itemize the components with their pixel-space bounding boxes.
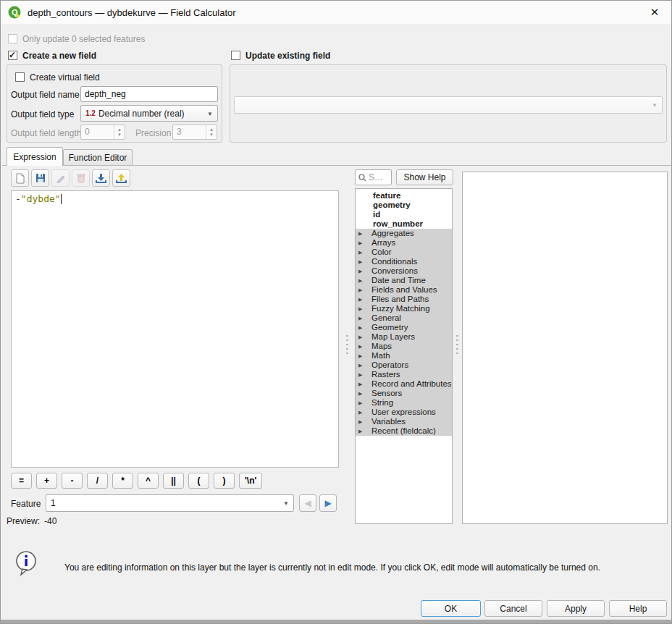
function-group-item[interactable]: ▶ Aggregates (356, 229, 452, 238)
function-group-item[interactable]: ▶ Record and Attributes (356, 379, 452, 389)
create-new-field-checkbox[interactable]: ✓ (8, 51, 17, 60)
function-group-item[interactable]: ▶ Operators (356, 361, 452, 370)
function-group-item[interactable]: ▶ Conversions (356, 266, 452, 276)
save-expression-button[interactable] (31, 169, 49, 187)
apply-button[interactable]: Apply (547, 600, 605, 617)
tree-expand-icon[interactable]: ▶ (358, 248, 362, 257)
operator-button[interactable]: ) (214, 473, 235, 489)
splitter-handle[interactable] (456, 335, 458, 354)
function-group-item[interactable]: ▶ Color (356, 248, 452, 257)
function-group-item[interactable]: ▶ Sensors (356, 389, 452, 398)
operator-button[interactable]: ( (188, 473, 209, 489)
tree-expand-icon[interactable]: ▶ (358, 323, 362, 332)
tab-expression[interactable]: Expression (7, 147, 63, 166)
spin-up-icon[interactable]: ▲ (209, 127, 214, 132)
operator-button[interactable]: = (11, 473, 32, 489)
window-bottom-edge (1, 620, 671, 623)
tree-expand-icon[interactable]: ▶ (358, 342, 362, 351)
tree-expand-icon[interactable]: ▶ (358, 389, 362, 398)
tree-expand-icon[interactable]: ▶ (358, 332, 362, 342)
tab-function-editor[interactable]: Function Editor (63, 149, 133, 166)
output-field-length-spinner[interactable]: 0 ▲ ▼ (80, 125, 125, 140)
function-group-item[interactable]: ▶ Fuzzy Matching (356, 304, 452, 313)
function-search[interactable] (355, 169, 392, 185)
tree-expand-icon[interactable]: ▶ (358, 351, 362, 361)
feature-combo[interactable]: 1 ▼ (46, 494, 294, 512)
operator-button[interactable]: * (112, 473, 133, 489)
operator-button[interactable]: ^ (138, 473, 159, 489)
spin-down-icon[interactable]: ▼ (117, 132, 122, 138)
show-help-button[interactable]: Show Help (396, 169, 453, 185)
show-help-label: Show Help (403, 172, 445, 182)
function-variable-item[interactable]: geometry (356, 201, 452, 210)
ok-button[interactable]: OK (421, 600, 481, 617)
function-group-item[interactable]: ▶ Conditionals (356, 257, 452, 266)
function-group-item[interactable]: ▶ Math (356, 351, 452, 361)
function-group-item[interactable]: ▶ Files and Paths (356, 295, 452, 304)
tree-expand-icon[interactable]: ▶ (358, 379, 362, 389)
function-variable-item[interactable]: feature (356, 191, 452, 201)
function-group-item[interactable]: ▶ Variables (356, 417, 452, 426)
search-input[interactable] (369, 172, 387, 182)
function-group-item[interactable]: ▶ Fields and Values (356, 285, 452, 295)
splitter-handle[interactable] (346, 335, 348, 354)
feature-label: Feature (11, 499, 41, 509)
only-update-checkbox[interactable] (8, 34, 17, 43)
function-group-item[interactable]: ▶ Rasters (356, 370, 452, 379)
operator-button[interactable]: || (163, 473, 184, 489)
function-group-item[interactable]: ▶ Arrays (356, 238, 452, 248)
tree-expand-icon[interactable]: ▶ (358, 295, 362, 304)
function-group-item[interactable]: ▶ Map Layers (356, 332, 452, 342)
function-group-item[interactable]: ▶ General (356, 313, 452, 323)
import-down-arrow-icon (96, 173, 106, 184)
function-group-item[interactable]: ▶ String (356, 398, 452, 408)
update-existing-field-checkbox[interactable] (231, 51, 240, 60)
function-list[interactable]: feature geometry id row_number ▶ Aggrega… (355, 188, 453, 524)
spin-up-icon[interactable]: ▲ (117, 127, 122, 132)
help-button[interactable]: Help (609, 600, 667, 617)
chevron-down-icon: ▼ (652, 102, 658, 109)
output-field-type-combo[interactable]: 1.2 Decimal number (real) ▼ (80, 105, 218, 122)
function-variable-item[interactable]: id (356, 210, 452, 219)
tree-expand-icon[interactable]: ▶ (358, 313, 362, 323)
create-virtual-field-checkbox[interactable] (15, 72, 25, 82)
existing-field-combo[interactable]: ▼ (234, 96, 663, 114)
tree-expand-icon[interactable]: ▶ (358, 370, 362, 379)
tree-expand-icon[interactable]: ▶ (358, 417, 362, 426)
field-calculator-dialog: Q depth_contours — dybdekurve — Field Ca… (0, 0, 672, 624)
spinner-arrows[interactable]: ▲ ▼ (206, 125, 217, 139)
tree-expand-icon[interactable]: ▶ (358, 426, 362, 436)
close-icon[interactable]: ✕ (647, 5, 663, 20)
new-expression-button[interactable] (11, 169, 29, 187)
function-group-item[interactable]: ▶ Recent (fieldcalc) (356, 426, 452, 436)
export-expression-button[interactable] (112, 169, 130, 187)
tree-expand-icon[interactable]: ▶ (358, 361, 362, 370)
function-variable-item[interactable]: row_number (356, 219, 452, 229)
spinner-arrows[interactable]: ▲ ▼ (114, 125, 125, 139)
tree-expand-icon[interactable]: ▶ (358, 229, 362, 238)
tree-expand-icon[interactable]: ▶ (358, 398, 362, 408)
operator-button[interactable]: + (36, 473, 57, 489)
operator-button[interactable]: / (87, 473, 108, 489)
operator-button[interactable]: - (62, 473, 83, 489)
tree-expand-icon[interactable]: ▶ (358, 257, 362, 266)
tree-expand-icon[interactable]: ▶ (358, 285, 362, 295)
expression-editor[interactable]: -"dybde" (11, 190, 339, 468)
operator-button[interactable]: '\n' (239, 473, 262, 489)
precision-spinner[interactable]: 3 ▲ ▼ (172, 125, 217, 140)
spin-down-icon[interactable]: ▼ (209, 132, 214, 138)
tree-expand-icon[interactable]: ▶ (358, 304, 362, 313)
cancel-button[interactable]: Cancel (484, 600, 542, 617)
function-group-item[interactable]: ▶ Maps (356, 342, 452, 351)
next-feature-button[interactable]: ▶ (319, 494, 337, 512)
tree-expand-icon[interactable]: ▶ (358, 238, 362, 248)
tree-expand-icon[interactable]: ▶ (358, 266, 362, 276)
tree-expand-icon[interactable]: ▶ (358, 408, 362, 417)
tree-expand-icon[interactable]: ▶ (358, 276, 362, 285)
import-expression-button[interactable] (92, 169, 110, 187)
output-field-length-label: Output field length (11, 128, 81, 138)
function-group-item[interactable]: ▶ Geometry (356, 323, 452, 332)
function-group-item[interactable]: ▶ User expressions (356, 408, 452, 417)
function-group-item[interactable]: ▶ Date and Time (356, 276, 452, 285)
output-field-name-input[interactable] (80, 86, 218, 102)
